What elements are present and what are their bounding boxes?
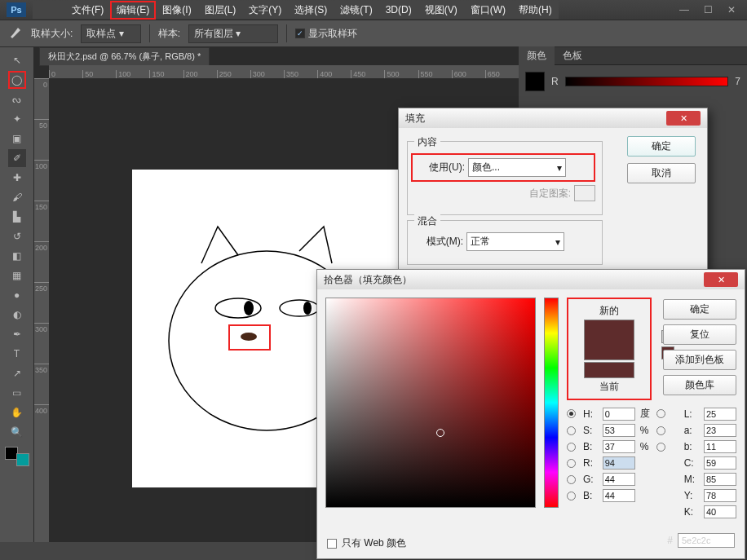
tool-dodge[interactable]: ◐ [8,306,26,324]
input-s[interactable]: 53 [603,424,635,437]
input-a[interactable]: 23 [704,424,736,437]
menu-help[interactable]: 帮助(H) [512,1,559,20]
picker-current-swatch [584,362,634,378]
use-select[interactable]: 颜色...▾ [468,158,566,177]
show-ring-checkbox[interactable]: ✓ 显示取样环 [295,27,357,41]
radio-l[interactable] [656,409,665,418]
tool-zoom[interactable]: 🔍 [8,423,26,441]
picker-inputs: H:0度 L:25 S:53% a:23 B:37% b:11 R:94 C:5… [567,407,736,518]
tool-eyedropper[interactable]: ✐ [8,149,26,167]
radio-g[interactable] [567,475,576,484]
tool-hand[interactable]: ✋ [8,403,26,421]
input-y[interactable]: 78 [704,489,736,502]
tool-eraser[interactable]: ◧ [8,247,26,265]
content-legend: 内容 [414,135,440,149]
divider [149,24,150,42]
fill-cancel-button[interactable]: 取消 [627,163,696,183]
radio-bc[interactable] [567,492,576,500]
tab-swatches[interactable]: 色板 [555,46,590,65]
input-b2[interactable]: 11 [704,440,736,453]
tool-brush[interactable]: 🖌 [8,188,26,206]
tool-wand[interactable]: ✦ [8,110,26,128]
ruler-vertical: 050100150200250300350400 [34,78,49,542]
window-minimize[interactable]: — [679,4,689,15]
picker-new-swatch [584,320,634,360]
menu-filter[interactable]: 滤镜(T) [334,1,378,20]
picker-ok-button[interactable]: 确定 [663,299,736,320]
tool-lasso[interactable]: ᔓ [8,90,26,108]
fill-ok-button[interactable]: 确定 [627,136,696,157]
radio-s[interactable] [567,426,576,435]
input-bb[interactable]: 37 [603,440,635,453]
radio-r[interactable] [567,459,576,468]
mode-select[interactable]: 正常▾ [466,232,564,251]
input-l[interactable]: 25 [704,408,736,421]
menu-image[interactable]: 图像(I) [156,1,197,20]
radio-b2[interactable] [656,443,665,452]
pattern-swatch[interactable] [574,185,595,201]
picker-close[interactable]: ✕ [704,272,738,287]
web-only-label: 只有 Web 颜色 [342,536,406,550]
input-bc[interactable]: 44 [603,489,635,502]
ruler-horizontal: 050100150200250300350400450500550600650 [49,65,519,78]
divider [286,24,287,42]
picker-color-field[interactable] [325,298,536,508]
sample-select[interactable]: 所有图层 ▾ [188,24,278,43]
tool-heal[interactable]: ✚ [8,169,26,187]
fill-dialog: 填充 ✕ 确定 取消 内容 使用(U): 颜色...▾ 自定图案: 混合 模式(… [398,108,708,271]
menu-edit[interactable]: 编辑(E) [110,1,156,20]
sample-label: 样本: [158,27,180,41]
input-g[interactable]: 44 [603,473,635,486]
fill-dialog-close[interactable]: ✕ [666,111,701,126]
blend-legend: 混合 [414,214,440,228]
input-h[interactable]: 0 [603,408,635,421]
menu-layer[interactable]: 图层(L) [198,1,243,20]
sample-size-select[interactable]: 取样点 ▾ [81,24,140,43]
r-slider[interactable] [565,77,729,86]
window-maximize[interactable]: ☐ [704,4,713,15]
input-c[interactable]: 59 [704,456,736,470]
tool-path[interactable]: ↗ [8,364,26,382]
panel-fg-swatch[interactable] [525,72,545,91]
menu-select[interactable]: 选择(S) [288,1,334,20]
mode-label: 模式(M): [414,235,463,249]
tab-color[interactable]: 颜色 [519,46,555,65]
tool-history-brush[interactable]: ↺ [8,227,26,245]
radio-b[interactable] [567,443,576,452]
app-logo: Ps [7,2,26,17]
hex-input[interactable]: 5e2c2c [678,533,735,548]
picker-cursor-icon [436,429,444,437]
menu-3d[interactable]: 3D(D) [379,2,418,18]
picker-reset-button[interactable]: 复位 [663,324,736,345]
document-tab[interactable]: 秋田犬2.psd @ 66.7% (鼻子, RGB/8) * [39,47,210,66]
svg-point-1 [215,298,261,318]
tool-gradient[interactable]: ▦ [8,267,26,284]
tool-crop[interactable]: ▣ [8,130,26,148]
picker-add-swatch-button[interactable]: 添加到色板 [663,350,736,370]
menu-window[interactable]: 窗口(W) [464,1,512,20]
tool-stamp[interactable]: ▙ [8,208,26,226]
picker-hue-slider[interactable] [544,298,559,508]
menu-type[interactable]: 文字(Y) [242,1,288,20]
tool-marquee-ellipse[interactable]: ◯ [8,71,26,89]
picker-color-lib-button[interactable]: 颜色库 [663,375,736,395]
radio-a[interactable] [656,426,665,435]
menu-file[interactable]: 文件(F) [65,1,110,20]
tool-type[interactable]: T [8,345,26,363]
input-k[interactable]: 40 [704,505,736,518]
custom-pattern-label: 自定图案: [529,187,571,201]
picker-new-label: 新的 [577,304,642,318]
picker-current-label: 当前 [577,380,642,394]
color-swatches[interactable] [5,447,29,466]
radio-h[interactable] [567,409,576,418]
tool-move[interactable]: ↖ [8,51,26,69]
tool-blur[interactable]: ● [8,286,26,304]
web-only-checkbox[interactable] [327,539,337,549]
tool-shape[interactable]: ▭ [8,384,26,402]
tool-pen[interactable]: ✒ [8,325,26,343]
toolbox: ↖ ◯ ᔓ ✦ ▣ ✐ ✚ 🖌 ▙ ↺ ◧ ▦ ● ◐ ✒ T ↗ ▭ ✋ 🔍 [0,47,34,542]
input-m[interactable]: 85 [704,473,736,486]
window-close[interactable]: ✕ [727,4,736,15]
input-r[interactable]: 94 [603,456,635,470]
menu-view[interactable]: 视图(V) [418,1,464,20]
